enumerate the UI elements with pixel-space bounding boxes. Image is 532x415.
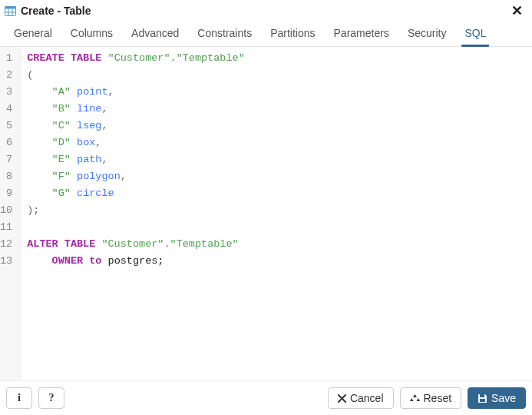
svg-rect-6 xyxy=(480,399,485,402)
line-num: 2 xyxy=(0,67,14,84)
title-bar: Create - Table ✕ xyxy=(0,0,532,21)
tab-security[interactable]: Security xyxy=(398,21,456,46)
line-num: 12 xyxy=(0,236,14,253)
open-paren: ( xyxy=(27,69,33,81)
tab-sql[interactable]: SQL xyxy=(455,21,495,46)
tab-columns[interactable]: Columns xyxy=(61,21,122,46)
save-button[interactable]: Save xyxy=(468,387,526,409)
sql-editor: 1 2 3 4 5 6 7 8 9 10 11 12 13 CREATE TAB… xyxy=(0,47,532,381)
tab-general[interactable]: General xyxy=(5,21,61,46)
col-type: lseg xyxy=(77,120,101,131)
reset-button[interactable]: Reset xyxy=(400,387,462,409)
line-num: 3 xyxy=(0,84,14,101)
line-num: 9 xyxy=(0,185,14,202)
tab-parameters[interactable]: Parameters xyxy=(325,21,398,46)
cancel-label: Cancel xyxy=(350,393,384,403)
recycle-icon xyxy=(410,393,420,403)
indent xyxy=(27,86,51,98)
line-num: 8 xyxy=(0,168,14,185)
info-button[interactable]: i xyxy=(6,387,32,409)
line-num: 11 xyxy=(0,219,14,236)
indent xyxy=(27,120,51,131)
close-icon xyxy=(338,394,346,403)
col-name: "D" xyxy=(52,137,71,148)
indent xyxy=(27,255,51,267)
col-name: "G" xyxy=(52,188,71,199)
table-icon xyxy=(5,6,16,16)
col-type: line xyxy=(77,103,101,115)
line-num: 6 xyxy=(0,134,14,151)
line-num: 5 xyxy=(0,118,14,134)
tab-constraints[interactable]: Constraints xyxy=(188,21,261,46)
help-button[interactable]: ? xyxy=(38,387,64,409)
sql-code[interactable]: CREATE TABLE "Customer"."Temptable" ( "A… xyxy=(21,47,532,380)
indent xyxy=(27,137,51,148)
col-name: "A" xyxy=(52,86,71,98)
line-num: 1 xyxy=(0,50,14,67)
cancel-button[interactable]: Cancel xyxy=(328,387,394,409)
svg-rect-1 xyxy=(5,6,16,8)
close-icon[interactable]: ✕ xyxy=(508,4,526,18)
col-name: "C" xyxy=(52,120,71,131)
col-name: "B" xyxy=(52,103,71,115)
line-num: 13 xyxy=(0,253,14,270)
line-num: 10 xyxy=(0,202,14,219)
save-label: Save xyxy=(491,393,516,403)
tab-bar: General Columns Advanced Constraints Par… xyxy=(0,21,532,47)
col-type: circle xyxy=(77,188,114,199)
col-name: "F" xyxy=(52,171,71,182)
col-type: path xyxy=(77,154,101,165)
svg-rect-5 xyxy=(480,394,484,397)
col-type: polygon xyxy=(77,171,121,182)
owner-val: postgres; xyxy=(108,255,164,267)
line-num: 4 xyxy=(0,101,14,118)
line-gutter: 1 2 3 4 5 6 7 8 9 10 11 12 13 xyxy=(0,47,21,380)
indent xyxy=(27,171,51,182)
kw-alter: ALTER TABLE xyxy=(27,238,101,250)
table-name: "Customer"."Temptable" xyxy=(108,52,245,64)
kw-create: CREATE TABLE xyxy=(27,52,107,64)
indent xyxy=(27,103,51,115)
line-num: 7 xyxy=(0,151,14,168)
kw-owner: OWNER to xyxy=(52,255,108,267)
reset-label: Reset xyxy=(424,393,452,403)
dialog-footer: i ? Cancel Reset Save xyxy=(0,381,532,415)
close-paren: ); xyxy=(27,204,39,216)
save-icon xyxy=(477,393,487,403)
tab-partitions[interactable]: Partitions xyxy=(261,21,324,46)
indent xyxy=(27,154,51,165)
table-name: "Customer"."Temptable" xyxy=(101,238,238,250)
dialog-title: Create - Table xyxy=(21,5,91,17)
tab-advanced[interactable]: Advanced xyxy=(122,21,188,46)
indent xyxy=(27,188,51,199)
col-type: box xyxy=(77,137,95,148)
col-name: "E" xyxy=(52,154,71,165)
col-type: point xyxy=(77,86,108,98)
